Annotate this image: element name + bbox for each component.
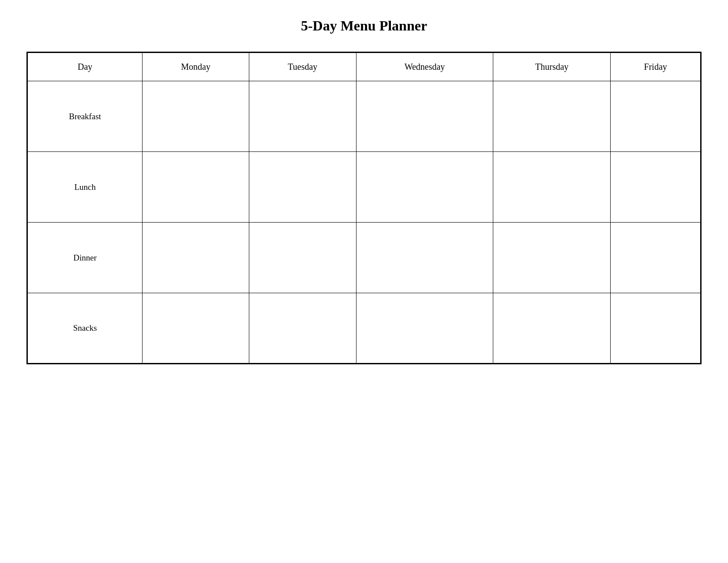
cell-lunch-monday[interactable] [143, 152, 249, 223]
header-wednesday: Wednesday [356, 53, 493, 81]
cell-breakfast-wednesday[interactable] [356, 81, 493, 152]
label-lunch: Lunch [27, 152, 143, 223]
cell-breakfast-monday[interactable] [143, 81, 249, 152]
header-day: Day [27, 53, 143, 81]
header-row: Day Monday Tuesday Wednesday Thursday Fr… [27, 53, 701, 81]
label-snacks: Snacks [27, 293, 143, 364]
cell-breakfast-thursday[interactable] [493, 81, 611, 152]
label-dinner: Dinner [27, 223, 143, 293]
cell-dinner-friday[interactable] [611, 223, 701, 293]
cell-dinner-tuesday[interactable] [249, 223, 356, 293]
cell-snacks-monday[interactable] [143, 293, 249, 364]
row-snacks: Snacks [27, 293, 701, 364]
cell-dinner-thursday[interactable] [493, 223, 611, 293]
header-monday: Monday [143, 53, 249, 81]
cell-lunch-wednesday[interactable] [356, 152, 493, 223]
cell-dinner-monday[interactable] [143, 223, 249, 293]
cell-breakfast-friday[interactable] [611, 81, 701, 152]
menu-planner-table: Day Monday Tuesday Wednesday Thursday Fr… [26, 52, 702, 364]
cell-lunch-thursday[interactable] [493, 152, 611, 223]
cell-snacks-wednesday[interactable] [356, 293, 493, 364]
cell-snacks-tuesday[interactable] [249, 293, 356, 364]
header-friday: Friday [611, 53, 701, 81]
label-breakfast: Breakfast [27, 81, 143, 152]
row-dinner: Dinner [27, 223, 701, 293]
header-thursday: Thursday [493, 53, 611, 81]
cell-breakfast-tuesday[interactable] [249, 81, 356, 152]
header-tuesday: Tuesday [249, 53, 356, 81]
row-lunch: Lunch [27, 152, 701, 223]
cell-snacks-friday[interactable] [611, 293, 701, 364]
cell-dinner-wednesday[interactable] [356, 223, 493, 293]
row-breakfast: Breakfast [27, 81, 701, 152]
cell-snacks-thursday[interactable] [493, 293, 611, 364]
cell-lunch-friday[interactable] [611, 152, 701, 223]
cell-lunch-tuesday[interactable] [249, 152, 356, 223]
page-title: 5-Day Menu Planner [301, 18, 427, 34]
